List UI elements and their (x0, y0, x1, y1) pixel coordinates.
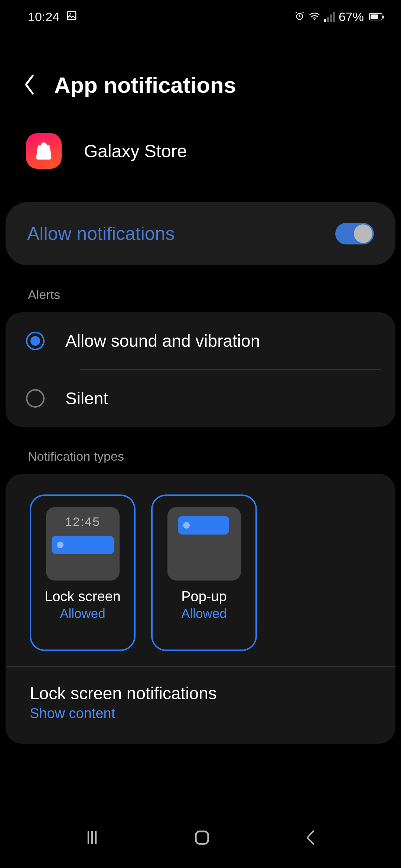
type-popup-status: Allowed (181, 606, 227, 621)
alert-silent-label: Silent (65, 388, 108, 408)
svg-rect-0 (68, 11, 76, 20)
back-button[interactable] (303, 829, 318, 848)
alert-sound-vibration[interactable]: Allow sound and vibration (6, 312, 395, 369)
type-lock-screen-status: Allowed (60, 606, 105, 621)
galaxy-store-icon (26, 133, 62, 169)
header: App notifications (0, 72, 401, 98)
types-section-title: Notification types (0, 449, 401, 464)
radio-selected-icon[interactable] (26, 332, 45, 350)
wifi-icon (309, 10, 320, 24)
type-boxes: 12:45 Lock screen Allowed Pop-up Allowed (30, 494, 371, 651)
radio-unselected-icon[interactable] (26, 389, 45, 408)
status-left: 10:24 (28, 10, 77, 24)
signal-icon (324, 11, 335, 22)
picture-icon (66, 10, 77, 24)
status-bar: 10:24 67% (0, 0, 401, 33)
app-identity: Galaxy Store (0, 133, 401, 169)
allow-notifications-row[interactable]: Allow notifications (6, 202, 395, 265)
lock-screen-notifications-row[interactable]: Lock screen notifications Show content (30, 683, 371, 721)
status-right: 67% (294, 10, 382, 24)
type-popup-label: Pop-up (181, 589, 227, 605)
alert-silent[interactable]: Silent (6, 370, 395, 427)
status-time: 10:24 (28, 10, 59, 24)
type-lock-screen[interactable]: 12:45 Lock screen Allowed (30, 494, 136, 651)
allow-notifications-toggle[interactable] (335, 223, 374, 244)
type-lock-screen-label: Lock screen (45, 589, 121, 605)
alerts-card: Allow sound and vibration Silent (6, 312, 395, 427)
lock-screen-notifications-subtitle: Show content (30, 706, 371, 721)
alerts-section-title: Alerts (0, 287, 401, 302)
page-title: App notifications (54, 72, 236, 98)
divider (6, 666, 395, 667)
preview-time: 12:45 (65, 514, 100, 529)
home-button[interactable] (193, 828, 211, 848)
navigation-bar (0, 816, 401, 868)
type-popup[interactable]: Pop-up Allowed (151, 494, 257, 651)
alarm-icon (294, 10, 305, 24)
battery-icon (369, 13, 382, 20)
lock-screen-notifications-label: Lock screen notifications (30, 683, 371, 703)
popup-preview-icon (167, 507, 241, 581)
battery-percentage: 67% (339, 10, 364, 24)
types-card: 12:45 Lock screen Allowed Pop-up Allowed… (6, 474, 395, 744)
alert-sound-vibration-label: Allow sound and vibration (65, 331, 260, 351)
svg-point-1 (69, 13, 71, 14)
recents-button[interactable] (83, 829, 101, 848)
app-name: Galaxy Store (84, 141, 187, 161)
svg-rect-7 (196, 831, 208, 844)
back-icon[interactable] (22, 73, 36, 97)
lock-screen-preview-icon: 12:45 (46, 507, 120, 581)
allow-notifications-label: Allow notifications (27, 223, 175, 244)
svg-point-3 (314, 19, 315, 20)
